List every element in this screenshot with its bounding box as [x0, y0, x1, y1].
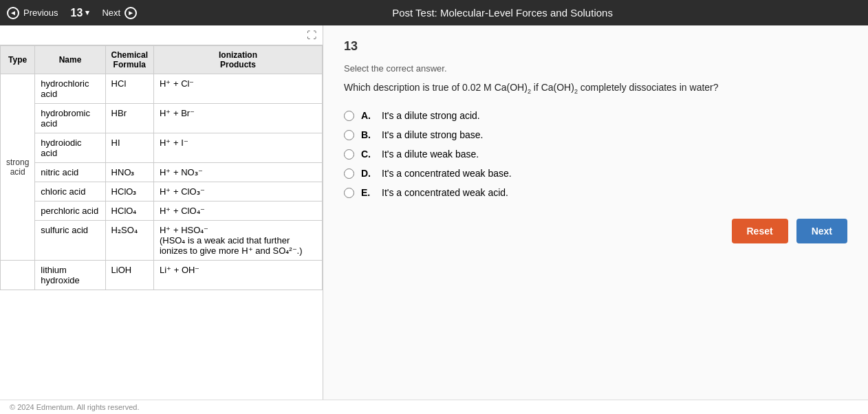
- next-icon-top: ►: [124, 7, 137, 19]
- option-a[interactable]: A. It's a dilute strong acid.: [344, 110, 847, 121]
- reference-table: Type Name ChemicalFormula IonizationProd…: [0, 45, 323, 290]
- radio-b[interactable]: [344, 130, 354, 140]
- products-perchloric: H⁺ + ClO₄⁻: [153, 201, 322, 221]
- question-instruction: Select the correct answer.: [344, 63, 847, 74]
- table-row: perchloric acid HClO₄ H⁺ + ClO₄⁻: [1, 201, 323, 221]
- products-lithium: Li⁺ + OH⁻: [153, 261, 322, 290]
- next-button-top[interactable]: Next ►: [102, 7, 137, 19]
- formula-nitric: HNO₃: [105, 163, 153, 182]
- table-row: chloric acid HClO₃ H⁺ + ClO₃⁻: [1, 182, 323, 201]
- reset-button[interactable]: Reset: [732, 219, 788, 243]
- formula-lithium: LiOH: [105, 261, 153, 290]
- products-sulfuric: H⁺ + HSO₄⁻(HSO₄ is a weak acid that furt…: [153, 221, 322, 261]
- col-formula-header: ChemicalFormula: [105, 46, 153, 74]
- expand-icon[interactable]: ⛶: [305, 28, 318, 42]
- type-empty: [1, 261, 35, 290]
- option-b-letter: B.: [361, 129, 375, 140]
- option-b-text: It's a dilute strong base.: [382, 129, 483, 140]
- page-title: Post Test: Molecular-Level Forces and So…: [144, 7, 861, 19]
- products-hydrochloric: H⁺ + Cl⁻: [153, 74, 322, 104]
- col-name-header: Name: [35, 46, 105, 74]
- option-e-letter: E.: [361, 187, 375, 198]
- products-hydrobromic: H⁺ + Br⁻: [153, 104, 322, 133]
- formula-perchloric: HClO₄: [105, 201, 153, 221]
- option-e-text: It's a concentrated weak acid.: [382, 187, 508, 198]
- previous-icon: ◄: [7, 7, 19, 19]
- question-number-display: 13: [344, 39, 847, 54]
- question-number-selector[interactable]: 13 ▾: [65, 7, 96, 19]
- radio-a[interactable]: [344, 111, 354, 121]
- table-row: strongacid hydrochloric acid HCl H⁺ + Cl…: [1, 74, 323, 104]
- option-d[interactable]: D. It's a concentrated weak base.: [344, 168, 847, 179]
- option-b[interactable]: B. It's a dilute strong base.: [344, 129, 847, 140]
- name-sulfuric: sulfuric acid: [35, 221, 105, 261]
- type-strong-acid: strongacid: [1, 74, 35, 261]
- name-chloric: chloric acid: [35, 182, 105, 201]
- table-toolbar: ⛶: [0, 25, 323, 45]
- left-panel: ⛶ Type Name ChemicalFormula IonizationPr…: [0, 25, 323, 414]
- name-lithium: lithium hydroxide: [35, 261, 105, 290]
- previous-button[interactable]: ◄ Previous: [7, 7, 58, 19]
- question-num-value: 13: [71, 7, 83, 19]
- next-label-top: Next: [102, 8, 120, 18]
- name-perchloric: perchloric acid: [35, 201, 105, 221]
- option-e[interactable]: E. It's a concentrated weak acid.: [344, 187, 847, 198]
- main-layout: ⛶ Type Name ChemicalFormula IonizationPr…: [0, 25, 868, 414]
- option-a-text: It's a dilute strong acid.: [382, 110, 480, 121]
- radio-e[interactable]: [344, 188, 354, 198]
- action-buttons: Reset Next: [344, 219, 847, 243]
- option-d-letter: D.: [361, 168, 375, 179]
- formula-hydroiodic: HI: [105, 133, 153, 163]
- previous-label: Previous: [23, 8, 58, 18]
- right-panel: 13 Select the correct answer. Which desc…: [323, 25, 868, 414]
- table-row: hydroiodic acid HI H⁺ + I⁻: [1, 133, 323, 163]
- table-row: sulfuric acid H₂SO₄ H⁺ + HSO₄⁻(HSO₄ is a…: [1, 221, 323, 261]
- col-type-header: Type: [1, 46, 35, 74]
- question-text: Which description is true of 0.02 M Ca(O…: [344, 80, 847, 96]
- option-c-text: It's a dilute weak base.: [382, 149, 479, 160]
- table-row: hydrobromic acid HBr H⁺ + Br⁻: [1, 104, 323, 133]
- products-nitric: H⁺ + NO₃⁻: [153, 163, 322, 182]
- table-row: nitric acid HNO₃ H⁺ + NO₃⁻: [1, 163, 323, 182]
- next-button[interactable]: Next: [796, 219, 847, 243]
- formula-sulfuric: H₂SO₄: [105, 221, 153, 261]
- options-list: A. It's a dilute strong acid. B. It's a …: [344, 110, 847, 198]
- radio-d[interactable]: [344, 168, 354, 179]
- option-d-text: It's a concentrated weak base.: [382, 168, 512, 179]
- col-products-header: IonizationProducts: [153, 46, 322, 74]
- products-chloric: H⁺ + ClO₃⁻: [153, 182, 322, 201]
- name-hydrobromic: hydrobromic acid: [35, 104, 105, 133]
- footer: © 2024 Edmentum. All rights reserved.: [0, 400, 868, 414]
- table-wrapper[interactable]: Type Name ChemicalFormula IonizationProd…: [0, 45, 323, 414]
- products-hydroiodic: H⁺ + I⁻: [153, 133, 322, 163]
- top-bar: ◄ Previous 13 ▾ Next ► Post Test: Molecu…: [0, 0, 868, 25]
- formula-chloric: HClO₃: [105, 182, 153, 201]
- formula-hydrobromic: HBr: [105, 104, 153, 133]
- option-c[interactable]: C. It's a dilute weak base.: [344, 149, 847, 160]
- formula-hydrochloric: HCl: [105, 74, 153, 104]
- radio-c[interactable]: [344, 149, 354, 160]
- name-hydroiodic: hydroiodic acid: [35, 133, 105, 163]
- name-hydrochloric: hydrochloric acid: [35, 74, 105, 104]
- table-row: lithium hydroxide LiOH Li⁺ + OH⁻: [1, 261, 323, 290]
- footer-text: © 2024 Edmentum. All rights reserved.: [10, 403, 139, 411]
- option-a-letter: A.: [361, 110, 375, 121]
- option-c-letter: C.: [361, 149, 375, 160]
- name-nitric: nitric acid: [35, 163, 105, 182]
- chevron-down-icon: ▾: [85, 8, 89, 17]
